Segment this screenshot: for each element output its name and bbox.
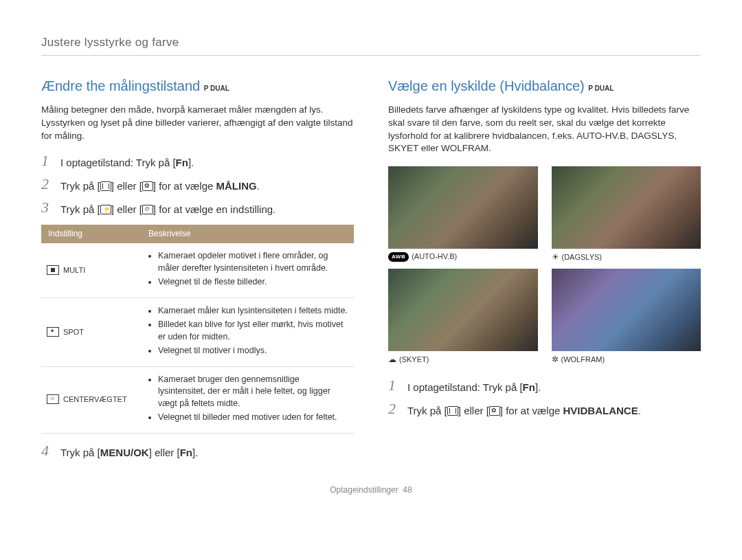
setting-name: SPOT <box>41 298 142 366</box>
spot-icon <box>47 327 59 337</box>
step-number: 2 <box>41 177 54 192</box>
step-item: 2 Tryk på [] eller [] for at vælge MÅLIN… <box>41 177 354 193</box>
mode-badge-right: P DUAL <box>588 85 614 92</box>
step-number: 2 <box>388 401 401 416</box>
step-number: 1 <box>388 378 401 393</box>
step-item: 3 Tryk på [] eller [] for at vælge en in… <box>41 200 354 216</box>
footer-section: Optageindstillinger <box>330 485 398 495</box>
wb-sample-auto: AWB (AUTO-HV.B) <box>388 166 538 263</box>
wb-sample-cloudy: ☁ (SKYET) <box>388 269 538 366</box>
step-text: I optagetilstand: Tryk på [Fn]. <box>407 378 701 394</box>
step-item: 1 I optagetilstand: Tryk på [Fn]. <box>388 378 701 394</box>
left-step4: 4 Tryk på [MENU/OK] eller [Fn]. <box>41 443 354 460</box>
th-description: Beskrivelse <box>142 225 354 243</box>
disp-icon <box>100 181 111 191</box>
macro-icon <box>142 181 153 191</box>
right-steps: 1 I optagetilstand: Tryk på [Fn]. 2 Tryk… <box>388 378 701 418</box>
setting-desc: Kameraet måler kun lysintensiteten i fel… <box>142 298 354 366</box>
sample-photo <box>388 166 538 249</box>
wb-sample-daylight: ☀ (DAGSLYS) <box>552 166 701 263</box>
settings-table: Indstilling Beskrivelse MULTI Kameraet o… <box>41 225 354 433</box>
awb-badge-icon: AWB <box>388 252 409 261</box>
wb-label: ✲ (WOLFRAM) <box>552 354 701 366</box>
step-text: Tryk på [MENU/OK] eller [Fn]. <box>60 443 354 460</box>
wb-label: ☁ (SKYET) <box>388 354 538 366</box>
table-row: CENTERVÆGTET Kameraet bruger den gennems… <box>41 366 354 433</box>
sample-photo <box>552 166 701 249</box>
multi-icon <box>47 265 59 275</box>
wb-label: AWB (AUTO-HV.B) <box>388 251 538 262</box>
left-steps: 1 I optagetilstand: Tryk på [Fn]. 2 Tryk… <box>41 153 354 216</box>
wb-label: ☀ (DAGSLYS) <box>552 251 701 263</box>
mode-badge-left: P DUAL <box>204 85 229 92</box>
left-heading-text: Ændre the målingstilstand <box>41 78 200 93</box>
th-setting: Indstilling <box>41 225 142 243</box>
disp-icon <box>447 406 458 416</box>
whitebalance-grid: AWB (AUTO-HV.B) ☀ (DAGSLYS) ☁ (SKYET) <box>388 166 701 366</box>
step-item: 1 I optagetilstand: Tryk på [Fn]. <box>41 153 354 170</box>
sample-photo <box>388 269 538 351</box>
flash-icon <box>100 205 111 214</box>
cloud-icon: ☁ <box>388 354 396 366</box>
setting-name: MULTI <box>41 243 142 298</box>
setting-desc: Kameraet bruger den gennemsnitlige lysin… <box>142 366 354 433</box>
table-row: MULTI Kameraet opdeler motivet i flere o… <box>41 243 354 298</box>
setting-desc: Kameraet opdeler motivet i flere områder… <box>142 243 354 298</box>
page-footer: Optageindstillinger 48 <box>41 484 701 496</box>
main-columns: Ændre the målingstilstand P DUAL Måling … <box>41 76 701 468</box>
right-column: Vælge en lyskilde (Hvidbalance) P DUAL B… <box>388 76 701 468</box>
center-weighted-icon <box>47 394 59 404</box>
macro-icon <box>489 406 500 416</box>
left-intro: Måling betegner den måde, hvorpå kamerae… <box>41 104 354 143</box>
step-item: 2 Tryk på [] eller [] for at vælge HVIDB… <box>388 401 701 418</box>
wb-sample-tungsten: ✲ (WOLFRAM) <box>552 269 701 366</box>
setting-name: CENTERVÆGTET <box>41 366 142 433</box>
doc-section-title: Justere lysstyrke og farve <box>41 34 701 56</box>
right-heading-text: Vælge en lyskilde (Hvidbalance) <box>388 78 585 93</box>
step-text: I optagetilstand: Tryk på [Fn]. <box>60 153 354 170</box>
left-heading: Ændre the målingstilstand P DUAL <box>41 76 354 96</box>
step-text: Tryk på [] eller [] for at vælge HVIDBAL… <box>407 401 701 418</box>
step-item: 4 Tryk på [MENU/OK] eller [Fn]. <box>41 443 354 460</box>
sun-icon: ☀ <box>552 251 559 263</box>
step-text: Tryk på [] eller [] for at vælge MÅLING. <box>60 177 354 193</box>
bulb-icon: ✲ <box>552 354 559 366</box>
step-number: 4 <box>41 443 54 458</box>
table-row: SPOT Kameraet måler kun lysintensiteten … <box>41 298 354 366</box>
step-number: 1 <box>41 153 54 168</box>
timer-icon <box>142 205 153 214</box>
step-number: 3 <box>41 200 54 215</box>
footer-page-number: 48 <box>403 485 412 495</box>
left-column: Ændre the målingstilstand P DUAL Måling … <box>41 76 354 468</box>
right-heading: Vælge en lyskilde (Hvidbalance) P DUAL <box>388 76 701 96</box>
sample-photo <box>552 269 701 351</box>
step-text: Tryk på [] eller [] for at vælge en inds… <box>60 200 354 216</box>
right-intro: Billedets farve afhænger af lyskildens t… <box>388 104 701 156</box>
